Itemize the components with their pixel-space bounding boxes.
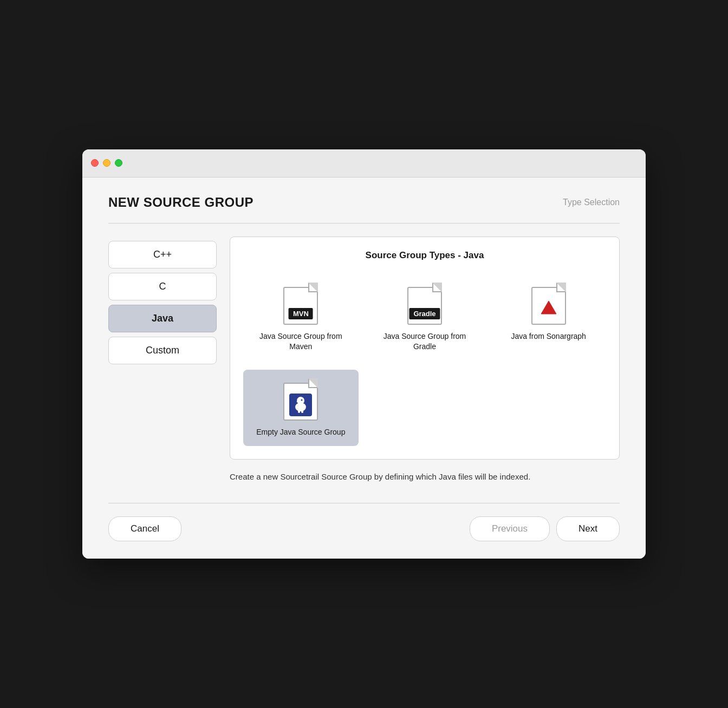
gradle-file-corner xyxy=(432,283,442,292)
close-button[interactable] xyxy=(91,159,99,167)
svg-marker-0 xyxy=(541,301,556,314)
titlebar xyxy=(82,149,646,178)
description-area: Create a new Sourcetrail Source Group by… xyxy=(230,460,620,492)
header-divider xyxy=(108,223,620,224)
sidebar-item-custom[interactable]: Custom xyxy=(108,337,217,364)
maven-file-corner xyxy=(308,283,318,292)
empty-java-file-corner xyxy=(308,378,318,388)
footer: Cancel Previous Next xyxy=(82,492,646,559)
svg-point-2 xyxy=(297,397,304,404)
footer-divider xyxy=(108,503,620,503)
source-group-box: Source Group Types - Java MVN Java Sourc… xyxy=(230,237,620,460)
sonargraph-label: Java from Sonargraph xyxy=(511,331,586,342)
footer-buttons: Cancel Previous Next xyxy=(108,516,620,541)
empty-java-option[interactable]: Empty Java Source Group xyxy=(243,370,359,447)
maven-file-icon: MVN xyxy=(283,283,318,325)
gradle-file-body: Gradle xyxy=(407,287,442,325)
svg-point-4 xyxy=(301,399,303,401)
gradle-badge: Gradle xyxy=(409,308,440,319)
gradle-option[interactable]: Gradle Java Source Group from Gradle xyxy=(367,274,483,361)
sidebar-item-c[interactable]: C xyxy=(108,273,217,300)
description-text: Create a new Sourcetrail Source Group by… xyxy=(230,470,620,483)
content-area: NEW SOURCE GROUP Type Selection C++ C Ja… xyxy=(82,178,646,493)
main-window: NEW SOURCE GROUP Type Selection C++ C Ja… xyxy=(82,149,646,559)
java-duke-icon xyxy=(289,394,312,416)
next-button[interactable]: Next xyxy=(556,516,620,541)
maven-label: Java Source Group from Maven xyxy=(252,331,350,352)
empty-java-file-icon xyxy=(283,378,318,421)
main-area: C++ C Java Custom Source Group Types - J… xyxy=(108,237,620,493)
header: NEW SOURCE GROUP Type Selection xyxy=(108,195,620,210)
main-panel: Source Group Types - Java MVN Java Sourc… xyxy=(217,237,620,493)
gradle-file-icon: Gradle xyxy=(407,283,442,325)
sidebar-item-java[interactable]: Java xyxy=(108,305,217,332)
empty-java-label: Empty Java Source Group xyxy=(256,427,345,438)
empty-java-file-body xyxy=(283,383,318,421)
previous-button[interactable]: Previous xyxy=(470,516,550,541)
svg-rect-5 xyxy=(298,410,300,413)
minimize-button[interactable] xyxy=(103,159,110,167)
source-group-title: Source Group Types - Java xyxy=(243,250,606,261)
sonargraph-arrow-icon xyxy=(539,299,558,318)
sonargraph-option[interactable]: Java from Sonargraph xyxy=(491,274,606,361)
maximize-button[interactable] xyxy=(115,159,122,167)
sonargraph-file-body xyxy=(531,287,566,325)
nav-buttons: Previous Next xyxy=(470,516,620,541)
maven-file-body: MVN xyxy=(283,287,318,325)
sidebar-item-cpp[interactable]: C++ xyxy=(108,241,217,268)
icons-grid: MVN Java Source Group from Maven Gradle xyxy=(243,274,606,447)
svg-rect-6 xyxy=(301,410,303,413)
traffic-lights xyxy=(91,159,122,167)
maven-option[interactable]: MVN Java Source Group from Maven xyxy=(243,274,359,361)
gradle-label: Java Source Group from Gradle xyxy=(376,331,474,352)
mvn-badge: MVN xyxy=(289,308,313,319)
sonargraph-file-corner xyxy=(556,283,566,292)
type-selection-label: Type Selection xyxy=(563,198,620,207)
cancel-button[interactable]: Cancel xyxy=(108,516,181,541)
page-title: NEW SOURCE GROUP xyxy=(108,195,253,210)
sidebar: C++ C Java Custom xyxy=(108,237,217,493)
sonargraph-file-icon xyxy=(531,283,566,325)
